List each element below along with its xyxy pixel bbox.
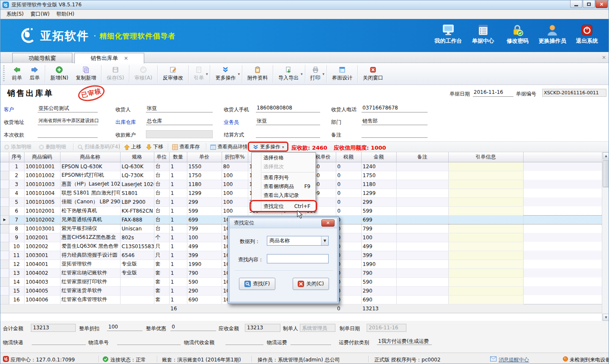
grid-more-actions-button[interactable]: 更多操作 ▾ [252,143,285,151]
cell[interactable] [396,251,448,260]
cell[interactable]: 专业版 [120,260,154,268]
document-center-button[interactable]: 单据中心 [466,24,500,45]
row-indicator[interactable] [0,277,9,286]
tab-nav-window[interactable]: 功能导航窗 [12,53,72,63]
cell[interactable]: 1 [169,206,187,215]
col-product-name[interactable]: 商品名称 [60,152,120,162]
cell[interactable]: 1180 [361,180,396,189]
cell[interactable]: S1801 [120,189,154,197]
cell[interactable]: 台 [154,224,169,233]
cell[interactable]: 100 [222,171,248,180]
col-unit[interactable]: 单位 [154,152,169,162]
cell[interactable]: 套 [154,286,169,295]
switch-operator-button[interactable]: 更换操作员 [535,24,570,45]
scrollbar-thumb[interactable] [603,160,609,187]
cell[interactable] [448,286,523,295]
order-promo-field[interactable]: 0 [170,324,216,331]
cell[interactable]: C13S015583 [120,242,154,251]
new-button[interactable]: 新增(N) [47,65,72,83]
phone-field[interactable]: 03716678678 [362,105,428,112]
menu-window[interactable]: 窗口(W) [29,9,55,19]
cell[interactable]: 1990 [361,260,396,268]
cell[interactable]: 690 [187,295,222,304]
scroll-down-icon[interactable]: ▼ [603,314,609,321]
cell[interactable]: 佳能（Canon） LBP 2900+ [60,197,120,206]
cell[interactable] [448,242,523,251]
cell[interactable] [396,286,448,295]
cell[interactable] [396,197,448,206]
close-button[interactable]: × [595,0,608,8]
chevron-down-icon[interactable]: ▼ [321,236,328,245]
cell[interactable] [120,286,154,295]
dept-field[interactable]: 销售部 [362,118,428,125]
more-actions-button[interactable]: 更多操作 [211,65,239,83]
cell[interactable]: 1002001 [24,233,60,242]
cell[interactable] [448,224,523,233]
cell[interactable]: 0 [336,286,361,295]
cell[interactable] [396,260,448,268]
dialog-close-button[interactable]: 关闭(C) [293,278,329,290]
cell[interactable]: 1 [9,162,24,171]
cell[interactable]: 0 [336,224,361,233]
cell[interactable]: 0 [336,180,361,189]
cell[interactable]: 1299 [361,189,396,197]
cell[interactable]: 8 [9,224,24,233]
row-indicator[interactable] [0,260,9,268]
row-indicator[interactable] [0,162,9,171]
cell[interactable] [396,215,448,224]
settle-field[interactable] [256,130,320,138]
cell[interactable]: 12 [9,260,24,268]
cell[interactable] [120,295,154,304]
remark-field[interactable] [362,130,428,138]
col-discount-rate[interactable]: 折扣率% [222,152,248,162]
cell[interactable] [448,197,523,206]
cell[interactable]: 台 [154,215,169,224]
cell[interactable]: 兄弟普通纸传真机 [60,215,120,224]
cell[interactable]: 80 [222,162,248,171]
copy-new-button[interactable]: 复制新增 [72,65,100,83]
cell[interactable] [396,189,448,197]
view-stock-button[interactable]: 查看库存 [172,143,200,151]
cell[interactable]: 100101003 [24,180,60,189]
cell[interactable]: 1 [169,189,187,197]
attachments-button[interactable]: 附件资料 [244,65,272,83]
cell[interactable]: 100 [222,206,248,215]
cell[interactable]: 100102001 [24,206,60,215]
change-password-button[interactable]: 修改密码 [500,24,535,45]
row-indicator[interactable] [0,180,9,189]
cell[interactable]: 7 [9,215,24,224]
cell[interactable] [120,277,154,286]
cell[interactable] [396,233,448,242]
cell[interactable]: 0 [336,295,361,304]
cell[interactable]: 290 [187,286,222,295]
print-button[interactable]: 打印 [307,65,324,83]
cell[interactable]: 台 [154,162,169,171]
cell[interactable]: 1 [169,260,187,268]
cell[interactable]: 100 [361,233,396,242]
cell[interactable]: 100101001 [24,162,60,171]
cell[interactable] [448,162,523,171]
ui-design-button[interactable]: 界面设计 [328,65,356,83]
cell[interactable]: 1299 [187,189,222,197]
grid-more-dropdown-icon[interactable]: ▾ [282,145,284,149]
cell[interactable]: 亚拓管理软件 [60,260,120,268]
minimize-button[interactable] [570,0,582,8]
cell[interactable]: 790 [187,268,222,277]
cell[interactable]: 0 [336,233,361,242]
cell[interactable]: 100101005 [24,197,60,206]
row-indicator[interactable] [0,197,9,206]
toolbar-grip[interactable] [3,66,5,82]
exit-system-button[interactable]: 退出系统 [570,24,604,45]
cell[interactable] [448,277,523,286]
payment-field[interactable] [38,130,98,138]
move-up-button[interactable]: 上移 [124,143,141,151]
col-qty[interactable]: 数量 [169,152,187,162]
cell[interactable]: 1004001 [24,260,60,268]
cell[interactable]: 台 [154,197,169,206]
cell[interactable]: 只 [154,242,169,251]
cell[interactable] [448,268,523,277]
cell[interactable]: 爱普生LQ630K 黑色色带 [60,242,120,251]
cell[interactable]: 499 [361,242,396,251]
cell[interactable] [396,295,448,304]
cell[interactable]: EPSON LQ-630K [60,162,120,171]
